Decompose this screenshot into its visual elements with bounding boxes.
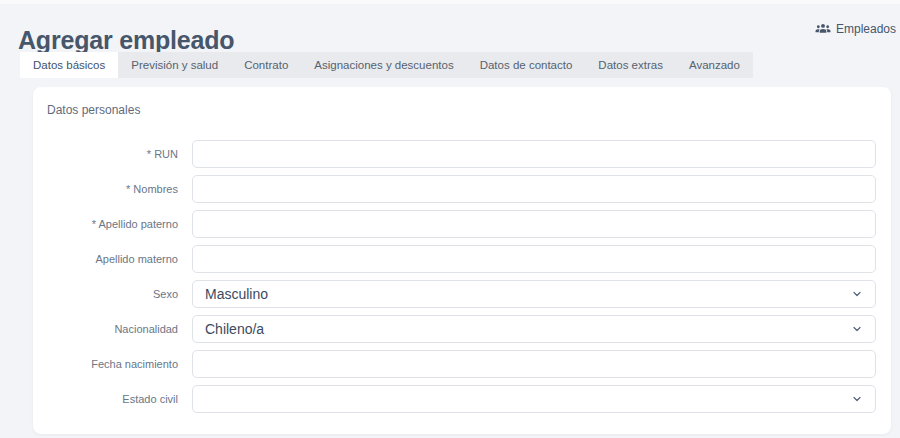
fecha-nacimiento-input[interactable]	[192, 350, 876, 378]
tab-datos-extras[interactable]: Datos extras	[585, 52, 676, 78]
sexo-select[interactable]: Masculino	[192, 280, 876, 308]
tab-contrato[interactable]: Contrato	[231, 52, 301, 78]
sexo-label: Sexo	[33, 288, 192, 300]
nacionalidad-select[interactable]: Chileno/a	[192, 315, 876, 343]
top-strip	[0, 0, 900, 4]
nombres-input[interactable]	[192, 175, 876, 203]
tab-datos-basicos[interactable]: Datos básicos	[20, 52, 118, 78]
form-card: Datos personales * RUN * Nombres * Apell…	[33, 87, 891, 434]
section-title: Datos personales	[47, 103, 140, 117]
apellido-paterno-input[interactable]	[192, 210, 876, 238]
nacionalidad-label: Nacionalidad	[33, 323, 192, 335]
tab-avanzado[interactable]: Avanzado	[676, 52, 753, 78]
run-label: * RUN	[33, 148, 192, 160]
users-group-icon	[815, 23, 831, 35]
chevron-down-icon	[851, 288, 863, 300]
tab-datos-de-contacto[interactable]: Datos de contacto	[467, 52, 586, 78]
field-row-nacionalidad: Nacionalidad Chileno/a	[33, 315, 876, 343]
tab-asignaciones-y-descuentos[interactable]: Asignaciones y descuentos	[301, 52, 466, 78]
field-row-estado-civil: Estado civil	[33, 385, 876, 413]
fecha-nacimiento-label: Fecha nacimiento	[33, 358, 192, 370]
estado-civil-select[interactable]	[192, 385, 876, 413]
field-row-fecha-nacimiento: Fecha nacimiento	[33, 350, 876, 378]
chevron-down-icon	[851, 323, 863, 335]
estado-civil-label: Estado civil	[33, 393, 192, 405]
tab-bar: Datos básicos Previsión y salud Contrato…	[20, 52, 753, 78]
tab-prevision-y-salud[interactable]: Previsión y salud	[118, 52, 231, 78]
nacionalidad-select-value: Chileno/a	[205, 321, 264, 337]
page-title: Agregar empleado	[18, 26, 234, 55]
apellido-materno-label: Apellido materno	[33, 253, 192, 265]
sexo-select-value: Masculino	[205, 286, 268, 302]
apellido-materno-input[interactable]	[192, 245, 876, 273]
field-row-apellido-materno: Apellido materno	[33, 245, 876, 273]
field-row-sexo: Sexo Masculino	[33, 280, 876, 308]
employees-link[interactable]: Empleados	[815, 21, 896, 37]
nombres-label: * Nombres	[33, 183, 192, 195]
field-row-apellido-paterno: * Apellido paterno	[33, 210, 876, 238]
field-row-nombres: * Nombres	[33, 175, 876, 203]
apellido-paterno-label: * Apellido paterno	[33, 218, 192, 230]
form-rows: * RUN * Nombres * Apellido paterno Apell…	[33, 140, 876, 420]
chevron-down-icon	[851, 393, 863, 405]
run-input[interactable]	[192, 140, 876, 168]
employees-link-label: Empleados	[836, 22, 896, 36]
field-row-run: * RUN	[33, 140, 876, 168]
